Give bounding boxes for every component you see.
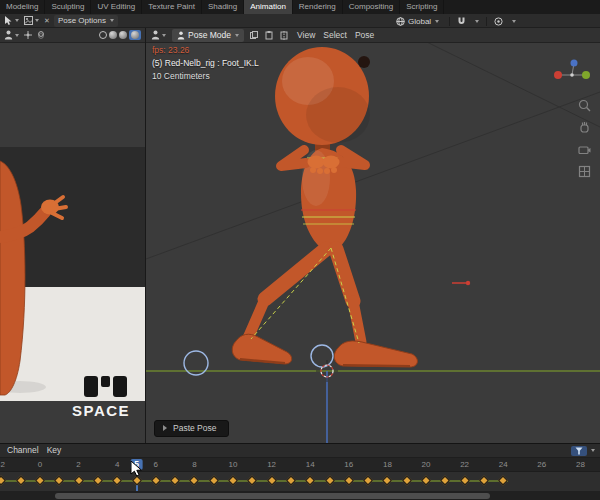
chevron-down-icon (435, 20, 439, 23)
blender-window: ModelingSculptingUV EditingTexture Paint… (0, 0, 600, 500)
orientation-dropdown[interactable]: Global (392, 15, 443, 27)
timeline-ruler[interactable]: 5 -20246810121416182022242628 (0, 458, 600, 472)
x-icon[interactable] (43, 15, 51, 27)
separator (486, 17, 487, 26)
person-icon (151, 30, 160, 40)
proportional-edit-button[interactable] (493, 15, 504, 27)
character-front-foot (334, 341, 417, 367)
scrollbar-thumb[interactable] (55, 493, 490, 499)
keyframe-8[interactable] (189, 476, 199, 486)
tab-compositing[interactable]: Compositing (343, 0, 400, 14)
keyframe-18[interactable] (382, 476, 392, 486)
keyframe-9[interactable] (209, 476, 219, 486)
character-eye (358, 56, 370, 68)
gizmo-y-axis[interactable] (582, 71, 590, 79)
mode-dropdown[interactable]: Pose Mode (172, 29, 244, 42)
keyframe-3[interactable] (93, 476, 103, 486)
keyframe-0[interactable] (35, 476, 45, 486)
tool-settings-left: Pose Options (0, 15, 118, 27)
shading-material-button[interactable] (119, 31, 127, 39)
gizmo-x-axis[interactable] (554, 71, 562, 79)
keyframe-4[interactable] (112, 476, 122, 486)
paste-pose-icon (265, 31, 273, 40)
timeline-menu-channel[interactable]: Channel (4, 443, 42, 458)
editor-mode-button[interactable] (3, 29, 20, 41)
keyframe-22[interactable] (460, 476, 470, 486)
tab-sculpting[interactable]: Sculpting (45, 0, 91, 14)
tab-shading[interactable]: Shading (202, 0, 244, 14)
paste-pose-button[interactable] (264, 29, 274, 41)
snap-magnet-button[interactable] (456, 15, 467, 27)
tab-rendering[interactable]: Rendering (293, 0, 343, 14)
ortho-grid-icon[interactable] (578, 165, 591, 178)
filter-options-chevron[interactable] (589, 445, 596, 457)
editor-type-button[interactable] (150, 29, 167, 41)
tab-modeling[interactable]: Modeling (0, 0, 45, 14)
keyframe-15[interactable] (325, 476, 335, 486)
overlays-toggle-button[interactable] (36, 29, 46, 41)
active-object-label: (5) Red-Nelb_rig : Foot_IK.L (152, 57, 259, 70)
keyframe-17[interactable] (363, 476, 373, 486)
orientation-label: Global (408, 17, 431, 26)
copy-pose-button[interactable] (249, 29, 259, 41)
keyframe-14[interactable] (305, 476, 315, 486)
keyframe-7[interactable] (170, 476, 180, 486)
chevron-down-icon (162, 34, 166, 37)
keyframe-6[interactable] (151, 476, 161, 486)
active-tool-button[interactable] (3, 15, 20, 27)
camera-preview-panel[interactable]: SPACE (0, 43, 145, 443)
snap-options-chevron[interactable] (473, 15, 480, 27)
keyframe-16[interactable] (344, 476, 354, 486)
keyframe-24[interactable] (498, 476, 508, 486)
pose-options-dropdown[interactable]: Pose Options (54, 15, 118, 27)
chevron-down-icon (235, 34, 239, 37)
keyframe-19[interactable] (402, 476, 412, 486)
timeline-scrollbar[interactable] (0, 491, 600, 500)
menu-select[interactable]: Select (320, 28, 350, 43)
shading-solid-button[interactable] (109, 31, 117, 39)
keyframe--1[interactable] (16, 476, 26, 486)
shading-wireframe-button[interactable] (99, 31, 107, 39)
tab-animation[interactable]: Animation (244, 0, 293, 14)
gizmo-z-axis[interactable] (571, 60, 578, 67)
keyframe-2[interactable] (74, 476, 84, 486)
overlays-icon (37, 31, 45, 39)
tab-scripting[interactable]: Scripting (400, 0, 444, 14)
keyframe-11[interactable] (247, 476, 257, 486)
tool-fallback-button[interactable] (23, 15, 40, 27)
keyframe-12[interactable] (267, 476, 277, 486)
navigation-gizmo[interactable] (550, 57, 594, 93)
tab-texture-paint[interactable]: Texture Paint (142, 0, 202, 14)
globe-icon (396, 17, 405, 26)
keyframe-23[interactable] (479, 476, 489, 486)
tool-settings-right: Global (392, 14, 517, 28)
keyframe-13[interactable] (286, 476, 296, 486)
move-view-icon[interactable] (578, 121, 591, 134)
keyframe-10[interactable] (228, 476, 238, 486)
paste-flipped-pose-button[interactable] (279, 29, 289, 41)
mouse-right-button-icon (113, 376, 127, 397)
mouse-cursor (130, 460, 143, 478)
texture-icon (24, 16, 33, 25)
keyframe-20[interactable] (421, 476, 431, 486)
menu-view[interactable]: View (294, 28, 318, 43)
shading-rendered-button[interactable] (131, 31, 139, 39)
keyframe-21[interactable] (440, 476, 450, 486)
foot-ik-controller-front[interactable] (311, 345, 333, 367)
viewport-3d[interactable]: fps: 23.26 (5) Red-Nelb_rig : Foot_IK.L … (146, 43, 600, 443)
tab-uv-editing[interactable]: UV Editing (91, 0, 142, 14)
expand-icon (163, 425, 167, 431)
keyframe--2[interactable] (0, 476, 6, 486)
timeline-menu-key[interactable]: Key (44, 443, 65, 458)
keyframe-1[interactable] (54, 476, 64, 486)
gizmo-toggle-button[interactable] (23, 29, 33, 41)
frame-label-14: 14 (306, 458, 315, 471)
camera-view-icon[interactable] (578, 143, 591, 156)
menu-pose[interactable]: Pose (352, 28, 377, 43)
operator-redo-panel[interactable]: Paste Pose (154, 420, 229, 437)
operator-label: Paste Pose (173, 423, 216, 433)
zoom-icon[interactable] (578, 99, 591, 112)
filter-button[interactable] (571, 446, 587, 456)
falloff-chevron[interactable] (510, 15, 517, 27)
keyframe-track[interactable] (0, 472, 600, 491)
